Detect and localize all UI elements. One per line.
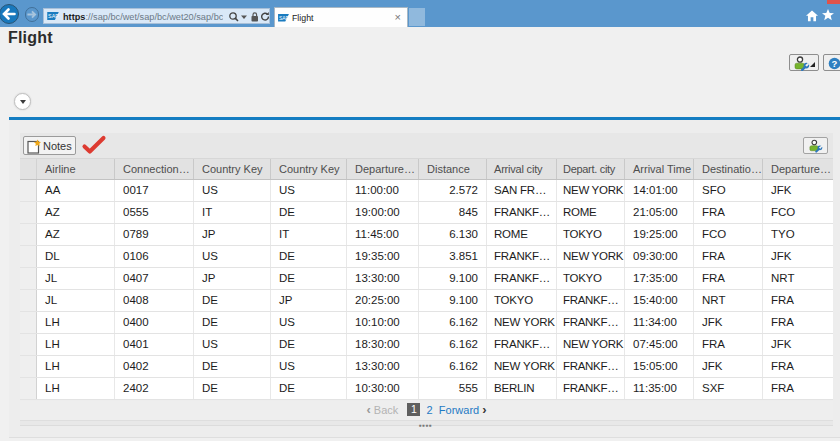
svg-text:?: ? [831,58,837,69]
svg-text:SAP: SAP [48,13,59,19]
svg-text:SAP: SAP [279,15,289,21]
